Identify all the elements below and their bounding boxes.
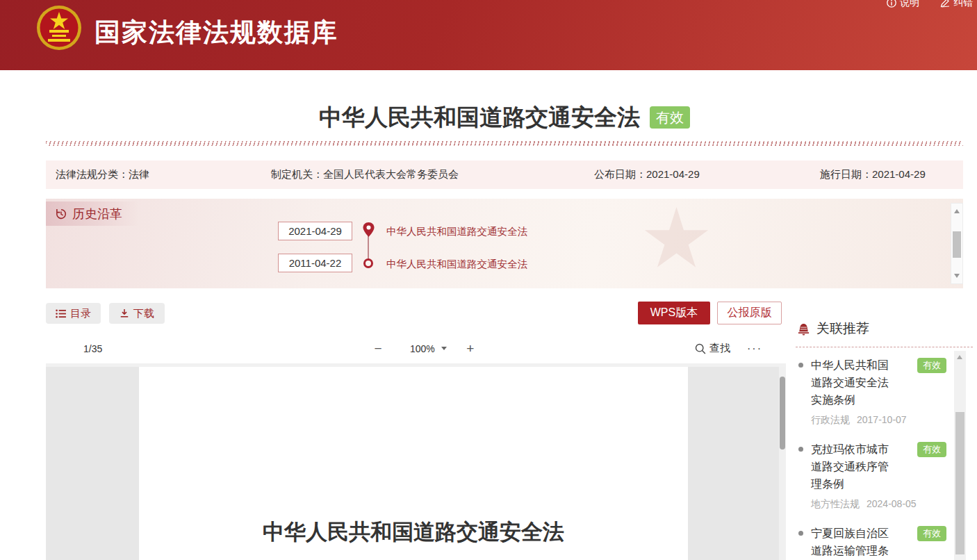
related-scrollbar[interactable] (954, 351, 966, 560)
zoom-in-button[interactable]: + (463, 341, 477, 356)
status-badge: 有效 (650, 106, 690, 129)
status-badge: 有效 (917, 442, 946, 457)
bullet-icon (798, 363, 803, 368)
scrollbar-thumb[interactable] (953, 231, 961, 258)
site-title: 国家法律法规数据库 (95, 15, 338, 50)
scroll-down-icon[interactable] (954, 274, 960, 278)
scrollbar-thumb[interactable] (780, 377, 785, 450)
meta-publish-date: 公布日期：2021-04-29 (594, 168, 820, 181)
bullet-icon (798, 531, 803, 536)
pdf-page: 中华人民共和国道路交通安全法 (139, 367, 688, 560)
zoom-level[interactable]: 100% (410, 343, 435, 354)
meta-enacting-body: 制定机关：全国人民代表大会常务委员会 (271, 168, 594, 181)
zoom-out-button[interactable]: − (371, 341, 385, 356)
pdf-toolbar: 1/35 − 100% + 查找 ··· (46, 333, 786, 363)
help-label: 说明 (900, 0, 919, 9)
pdf-scrollbar[interactable] (779, 367, 786, 560)
status-badge: 有效 (917, 358, 946, 373)
find-button[interactable]: 查找 (695, 342, 730, 355)
meta-category: 法律法规分类：法律 (56, 168, 271, 181)
help-link[interactable]: 说明 (887, 0, 919, 9)
bullet-icon (798, 447, 803, 452)
pencil-icon (940, 0, 950, 8)
correction-label: 纠错 (953, 0, 973, 9)
related-item-meta: 行政法规 2017-10-07 (811, 414, 957, 427)
list-icon (56, 309, 66, 318)
history-scrollbar[interactable] (951, 203, 963, 284)
related-list: 中华人民共和国道路交通安全法实施条例 有效 行政法规 2017-10-07 克拉… (796, 347, 973, 560)
pdf-viewer: 1/35 − 100% + 查找 ··· 中华人民共和国道路交通安全法 (46, 333, 786, 560)
related-sidebar: 关联推荐 中华人民共和国道路交通安全法实施条例 有效 行政法规 2017-10-… (796, 313, 973, 560)
related-item-meta: 地方性法规 2024-08-05 (811, 498, 957, 511)
find-tools: 查找 ··· (695, 333, 762, 363)
page: 国家法律法规数据库 说明 纠错 中华人民共和国道路交通安全法 有效 法律法规分类… (0, 0, 977, 560)
timeline-pin-icon (362, 222, 375, 238)
download-button[interactable]: 下载 (109, 303, 165, 324)
history-section-title: 历史沿革 (46, 201, 143, 226)
scroll-up-icon[interactable] (957, 355, 962, 359)
wps-version-button[interactable]: WPS版本 (638, 302, 710, 324)
national-emblem-logo (36, 5, 82, 51)
related-item-title: 宁夏回族自治区道路运输管理条例 (811, 525, 892, 560)
scroll-up-icon[interactable] (954, 209, 960, 213)
header-links: 说明 纠错 (887, 0, 973, 9)
pdf-canvas: 中华人民共和国道路交通安全法 (46, 363, 786, 560)
timeline-item-link[interactable]: 中华人民共和国道路交通安全法 (386, 258, 527, 271)
scrollbar-thumb[interactable] (955, 412, 964, 554)
pdf-document-title: 中华人民共和国道路交通安全法 (139, 518, 688, 547)
decorative-hatch-divider (46, 141, 963, 146)
gazette-original-button[interactable]: 公报原版 (717, 302, 782, 324)
meta-effective-date: 施行日期：2021-04-29 (820, 168, 963, 181)
more-options-button[interactable]: ··· (747, 343, 762, 355)
timeline-item-link[interactable]: 中华人民共和国道路交通安全法 (386, 225, 527, 238)
zoom-controls: − 100% + (371, 333, 477, 363)
related-item[interactable]: 中华人民共和国道路交通安全法实施条例 有效 行政法规 2017-10-07 (797, 356, 957, 427)
meta-bar: 法律法规分类：法律 制定机关：全国人民代表大会常务委员会 公布日期：2021-0… (46, 160, 963, 189)
related-item[interactable]: 克拉玛依市城市道路交通秩序管理条例 有效 地方性法规 2024-08-05 (797, 440, 957, 511)
related-item-title: 克拉玛依市城市道路交通秩序管理条例 (811, 440, 892, 493)
timeline-circle-icon (363, 258, 373, 268)
related-section-title: 关联推荐 (796, 313, 973, 347)
page-indicator: 1/35 (83, 333, 102, 363)
catalog-button[interactable]: 目录 (46, 303, 101, 324)
download-icon (120, 308, 129, 318)
status-badge: 有效 (917, 526, 946, 541)
correction-link[interactable]: 纠错 (940, 0, 973, 9)
zoom-dropdown-caret-icon[interactable] (441, 347, 447, 350)
bell-icon (797, 322, 810, 336)
doc-title: 中华人民共和国道路交通安全法 (319, 102, 640, 133)
history-panel: 历史沿革 2021-04-29 中华人民共和国道路交通安全法 2011-04-2… (46, 199, 963, 288)
related-item[interactable]: 宁夏回族自治区道路运输管理条例 有效 (797, 525, 957, 560)
history-clock-icon (55, 208, 67, 220)
star-watermark (643, 207, 709, 273)
related-item-title: 中华人民共和国道路交通安全法实施条例 (811, 356, 892, 409)
doc-title-row: 中华人民共和国道路交通安全法 有效 (46, 96, 963, 139)
search-icon (695, 343, 706, 354)
site-header: 国家法律法规数据库 说明 纠错 (0, 0, 977, 70)
info-icon (887, 0, 896, 8)
timeline-date-box: 2021-04-29 (278, 222, 352, 240)
timeline-date-box: 2011-04-22 (278, 254, 352, 272)
